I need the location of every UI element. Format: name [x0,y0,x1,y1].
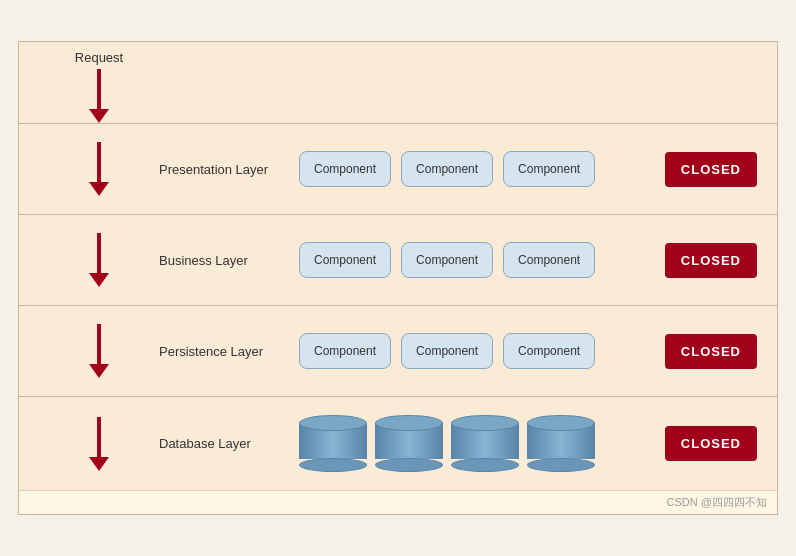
db-cylinder-2 [375,415,443,472]
presentation-component-1: Component [299,151,391,187]
business-components: Component Component Component CLOSED [299,242,757,278]
presentation-closed-badge: CLOSED [665,152,757,187]
business-layer-label: Business Layer [159,253,289,268]
presentation-arrow [89,142,109,196]
business-arrow-col [39,233,159,287]
watermark: CSDN @四四四不知 [19,490,777,514]
persistence-component-1: Component [299,333,391,369]
database-layer-label: Database Layer [159,436,289,451]
business-closed-badge: CLOSED [665,243,757,278]
presentation-arrow-col [39,142,159,196]
database-closed-badge: CLOSED [665,426,757,461]
persistence-component-2: Component [401,333,493,369]
persistence-layer-label: Persistence Layer [159,344,289,359]
request-label: Request [75,50,123,65]
persistence-arrow-col [39,324,159,378]
request-arrow [89,69,109,123]
business-layer-row: Business Layer Component Component Compo… [19,214,777,305]
database-arrow-col [39,417,159,471]
business-component-1: Component [299,242,391,278]
business-component-3: Component [503,242,595,278]
db-cylinder-3 [451,415,519,472]
business-arrow [89,233,109,287]
db-cylinder-4 [527,415,595,472]
presentation-components: Component Component Component CLOSED [299,151,757,187]
persistence-layer-row: Persistence Layer Component Component Co… [19,305,777,396]
presentation-layer-label: Presentation Layer [159,162,289,177]
presentation-component-2: Component [401,151,493,187]
database-layer-row: Database Layer CLOSED [19,396,777,490]
persistence-arrow [89,324,109,378]
database-arrow [89,417,109,471]
db-cylinder-1 [299,415,367,472]
persistence-component-3: Component [503,333,595,369]
business-component-2: Component [401,242,493,278]
architecture-diagram: Request Presentation Layer Component Com… [18,41,778,515]
presentation-component-3: Component [503,151,595,187]
database-cylinders: CLOSED [299,415,757,472]
presentation-layer-row: Presentation Layer Component Component C… [19,123,777,214]
persistence-closed-badge: CLOSED [665,334,757,369]
persistence-components: Component Component Component CLOSED [299,333,757,369]
